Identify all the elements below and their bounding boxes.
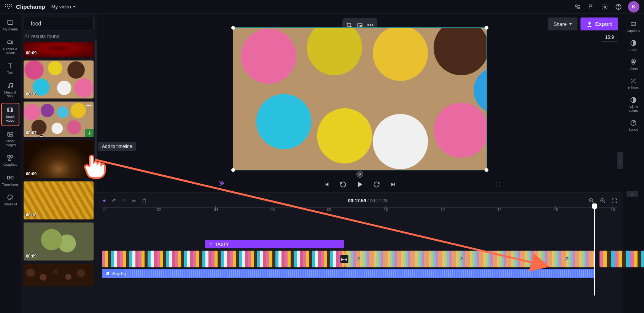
- results-count: 27 results found: [24, 33, 93, 39]
- stock-thumb-6[interactable]: [24, 264, 94, 286]
- svg-point-4: [619, 8, 619, 8]
- zoom-in-icon[interactable]: [600, 198, 606, 204]
- time-ruler[interactable]: 0 :02 :04 :06 :08 :10 :12 :14 :16 :18: [102, 207, 617, 216]
- video-clip-3[interactable]: [599, 251, 644, 267]
- rail-text[interactable]: Text: [1, 59, 19, 78]
- chevron-down-icon: [569, 23, 572, 25]
- export-button[interactable]: Export: [580, 17, 618, 30]
- svg-point-22: [108, 274, 109, 275]
- text-clip[interactable]: TASTY: [205, 240, 344, 248]
- svg-rect-8: [8, 108, 13, 112]
- film-icon: [2, 106, 19, 114]
- timeline-collapse-handle[interactable]: ⌄: [627, 191, 638, 197]
- auto-compose-icon[interactable]: [218, 180, 225, 187]
- scrub-handle[interactable]: [40, 135, 43, 137]
- search-box[interactable]: [24, 17, 94, 30]
- speed-icon: [624, 119, 643, 127]
- rotate-handle[interactable]: ⟳: [356, 171, 363, 178]
- speaker-icon[interactable]: 🔊: [565, 256, 572, 262]
- text-icon: [1, 62, 19, 70]
- playback-controls: [322, 180, 398, 189]
- rrail-filters[interactable]: Filters: [624, 55, 643, 74]
- svg-rect-11: [8, 155, 10, 157]
- stock-thumb-5[interactable]: 00:09: [24, 222, 94, 261]
- step-back-icon[interactable]: [339, 180, 347, 189]
- stock-thumb-1[interactable]: 00:10: [24, 60, 94, 99]
- skip-end-icon[interactable]: [389, 180, 398, 189]
- transition-marker[interactable]: ▶◀: [340, 255, 348, 263]
- user-avatar[interactable]: K: [628, 1, 639, 13]
- resize-handle[interactable]: [231, 26, 235, 30]
- video-clip-2[interactable]: [344, 251, 594, 267]
- contrast-icon: [624, 96, 643, 104]
- rail-my-media[interactable]: My media: [1, 16, 19, 34]
- project-name-dropdown[interactable]: My video: [51, 4, 76, 10]
- search-input[interactable]: [31, 21, 97, 27]
- play-icon[interactable]: [356, 180, 364, 189]
- rail-music-sfx[interactable]: Music & SFX: [1, 79, 19, 101]
- split-icon[interactable]: ✂: [132, 198, 136, 204]
- stock-thumb-0[interactable]: 00:09: [24, 42, 94, 57]
- rail-graphics[interactable]: Graphics: [1, 151, 19, 170]
- rrail-speed[interactable]: Speed: [624, 116, 643, 135]
- right-collapse-handle[interactable]: ‹: [617, 152, 623, 169]
- rail-stock-images[interactable]: Stock images: [1, 128, 19, 150]
- image-icon: [1, 130, 19, 138]
- app-launcher-icon[interactable]: [5, 3, 12, 11]
- help-icon[interactable]: [612, 0, 625, 13]
- shapes-icon: [1, 154, 19, 162]
- chevron-down-icon: [73, 6, 76, 8]
- video-preview[interactable]: ⟳: [233, 27, 487, 170]
- zoom-fit-icon[interactable]: [611, 198, 617, 204]
- stock-thumb-2[interactable]: ••• 00:07 +: [24, 102, 94, 137]
- svg-point-7: [11, 86, 13, 87]
- ai-sparkle-icon[interactable]: ✦: [102, 198, 107, 204]
- settings-icon[interactable]: [598, 0, 611, 13]
- video-clip-1[interactable]: [102, 251, 344, 267]
- aspect-ratio-button[interactable]: 16:9: [602, 33, 617, 42]
- effects-icon: [624, 77, 643, 85]
- rrail-fade[interactable]: Fade: [624, 36, 643, 55]
- speaker-icon[interactable]: 🔊: [460, 256, 466, 262]
- upgrade-icon[interactable]: [571, 0, 584, 13]
- rail-stock-video[interactable]: Stock video: [1, 103, 19, 126]
- title-bar: Clipchamp My video K: [0, 0, 644, 14]
- step-forward-icon[interactable]: [372, 180, 381, 189]
- playhead[interactable]: [594, 207, 595, 296]
- add-to-timeline-button[interactable]: +: [85, 129, 94, 137]
- delete-icon[interactable]: [142, 198, 147, 204]
- svg-point-12: [11, 155, 13, 157]
- skip-start-icon[interactable]: [322, 180, 331, 189]
- zoom-out-icon[interactable]: [588, 198, 595, 204]
- resize-handle[interactable]: [485, 26, 488, 30]
- redo-icon[interactable]: ↷: [122, 198, 126, 204]
- resize-handle[interactable]: [485, 168, 488, 172]
- rrail-effects[interactable]: Effects: [624, 74, 643, 93]
- brand-label: Clipchamp: [16, 3, 45, 10]
- palette-icon: [1, 193, 19, 202]
- svg-rect-14: [11, 176, 13, 179]
- speaker-icon[interactable]: 🔊: [356, 256, 363, 262]
- stage: ••• Share Export 16:9 ⟳: [97, 14, 623, 313]
- svg-point-27: [632, 62, 635, 65]
- project-name: My video: [51, 4, 71, 10]
- rail-record-create[interactable]: Record & create: [1, 36, 19, 58]
- share-button[interactable]: Share: [548, 17, 577, 30]
- timeline-tools: ✦ ↶ ↷ ✂ 00:17.59 / 00:27.28: [97, 196, 623, 206]
- audio-clip[interactable]: Stay Fly: [102, 269, 594, 278]
- stock-thumb-4[interactable]: 00:10: [24, 181, 94, 219]
- rrail-captions[interactable]: Captions: [624, 17, 643, 36]
- svg-point-21: [106, 274, 107, 275]
- resize-handle[interactable]: [231, 168, 235, 172]
- undo-icon[interactable]: ↶: [112, 198, 116, 204]
- text-icon: [209, 242, 213, 246]
- flag-icon[interactable]: [585, 0, 598, 13]
- tooltip-add-to-timeline: Add to timeline: [98, 142, 136, 151]
- rrail-adjust-colors[interactable]: Adjust colors: [624, 93, 643, 116]
- rail-transitions[interactable]: Transitions: [1, 171, 19, 189]
- fullscreen-icon[interactable]: [495, 181, 501, 187]
- svg-point-0: [576, 5, 577, 6]
- more-icon[interactable]: •••: [86, 103, 92, 108]
- upload-icon: [587, 21, 592, 27]
- rail-brand-kit[interactable]: Brand kit: [1, 191, 19, 209]
